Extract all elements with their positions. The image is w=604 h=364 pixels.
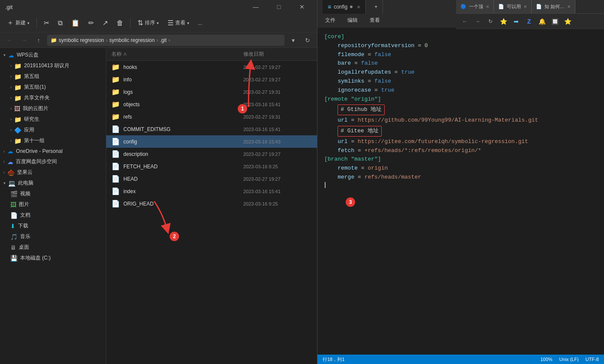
code-line-cursor [324, 182, 597, 188]
browser-ext-bell-icon[interactable]: 🔔 [537, 16, 547, 27]
paste-button[interactable]: 📋 [68, 17, 83, 29]
cut-button[interactable]: ✂ [40, 17, 53, 29]
file-row-info[interactable]: 📁 info 2023-02-27 19:27 [106, 73, 317, 86]
text-editor-window: ≡ config ✕ + — □ ✕ 文件 编辑 查看 ⚙ [core] rep… [317, 0, 604, 364]
video-icon: 🎬 [10, 191, 18, 197]
rename-button[interactable]: ✏ [85, 17, 97, 29]
sidebar-item-downloads[interactable]: ⬇ 下载 [0, 221, 106, 231]
close-button[interactable]: ✕ [292, 0, 312, 14]
file-row-config[interactable]: 📄 config 2023-03-16 15:43 [106, 135, 317, 148]
sort-button[interactable]: ⇅ 排序 ▾ [134, 17, 162, 29]
sidebar-item-docs[interactable]: 📄 文档 [0, 210, 106, 221]
editor-menu-view[interactable]: 查看 [367, 15, 383, 26]
editor-new-tab[interactable]: + [369, 0, 383, 14]
sidebar-item-images[interactable]: 🖼 图片 [0, 199, 106, 210]
sidebar-item-group5-1[interactable]: › 📁 第五组(1) [0, 82, 106, 92]
sidebar-item-shared[interactable]: › 📁 共享文件夹 [0, 92, 106, 103]
more-button[interactable]: ... [194, 18, 206, 28]
toolbar-separator-2 [130, 18, 131, 28]
browser-ext-box-icon[interactable]: 🔲 [550, 16, 560, 27]
sidebar-label-photos: 我的云图片 [23, 105, 102, 112]
browser-tab-close-2[interactable]: ✕ [523, 4, 527, 9]
editor-menu-file[interactable]: 文件 [323, 15, 338, 26]
sidebar-item-baidu[interactable]: › ☁ 百度网盘同步空间 [0, 156, 106, 167]
browser-tab-2[interactable]: 📄 可以用 ✕ [494, 0, 532, 14]
folder-icon-hooks: 📁 [111, 63, 120, 71]
file-row-refs[interactable]: 📁 refs 2023-02-27 19:31 [106, 110, 317, 123]
expand-icon-photos: › [10, 106, 12, 111]
file-row-orig-head[interactable]: 📄 ORIG_HEAD 2023-03-16 9:25 [106, 197, 317, 210]
maximize-button[interactable]: □ [269, 0, 289, 14]
browser-ext-fav-icon[interactable]: ⭐ [562, 16, 573, 27]
file-row-objects[interactable]: 📁 objects 2023-03-16 15:41 [106, 98, 317, 110]
sidebar-item-desktop[interactable]: 🖥 桌面 [0, 242, 106, 253]
browser-tab-close-3[interactable]: ✕ [567, 4, 571, 9]
browser-ext-arrow-icon[interactable]: ➡ [511, 16, 521, 27]
code-section-core: [core] [324, 33, 344, 42]
expand-icon-onedrive: › [3, 149, 5, 154]
browser-forward-button[interactable]: → [472, 16, 483, 27]
browser-back-button[interactable]: ← [460, 16, 470, 27]
sidebar-label-images: 图片 [19, 201, 102, 208]
path-segment-3[interactable]: .git [160, 37, 167, 43]
sidebar-item-grad[interactable]: › 📁 研究生 [0, 114, 106, 125]
sidebar-item-onedrive[interactable]: › ☁ OneDrive - Personal [0, 146, 106, 156]
sidebar-item-group5[interactable]: › 📁 第五组 [0, 71, 106, 82]
browser-ext-z-icon[interactable]: Z [524, 16, 534, 27]
sidebar-item-apps[interactable]: › 🔷 应用 [0, 125, 106, 135]
share-button[interactable]: ↗ [99, 17, 111, 29]
sidebar-item-drive-c[interactable]: 💾 本地磁盘 (C:) [0, 253, 106, 263]
view-button[interactable]: ☰ 查看 ▾ [164, 17, 193, 29]
sidebar-item-jncloud[interactable]: › 🌰 坚果云 [0, 167, 106, 178]
editor-tab-close-button[interactable]: ✕ [357, 5, 360, 9]
nav-forward-button[interactable]: → [18, 34, 30, 46]
address-path-bar[interactable]: 📁 symbolic regression › symbolic regress… [47, 35, 284, 46]
file-name-commit-editmsg: COMMIT_EDITMSG [123, 126, 240, 132]
nav-up-button[interactable]: ↑ [33, 34, 45, 46]
copy-button[interactable]: ⧉ [54, 18, 66, 29]
explorer-body: ▾ ☁ WPS云盘 › 📁 2019110413 胡议月 › 📁 第五组 › 📁… [0, 48, 317, 364]
path-dropdown-button[interactable]: ▾ [287, 34, 299, 46]
file-row-logs[interactable]: 📁 logs 2023-02-27 19:31 [106, 86, 317, 98]
sidebar-item-2019[interactable]: › 📁 2019110413 胡议月 [0, 60, 106, 71]
file-row-description[interactable]: 📄 description 2023-02-27 19:27 [106, 148, 317, 160]
editor-content-area[interactable]: [core] repositoryformatversion = 0 filem… [317, 27, 604, 355]
sidebar-item-video[interactable]: 🎬 视频 [0, 188, 106, 199]
file-date-fetch-head: 2023-03-16 9:25 [243, 164, 312, 169]
browser-tab-1[interactable]: 🔵 一个顶 ✕ [456, 0, 494, 14]
folder-icon-group5: 📁 [14, 73, 21, 80]
refresh-button[interactable]: ↻ [302, 34, 314, 46]
file-list: 名称 ∧ 修改日期 📁 hooks 2023-02-27 19:27 📁 inf… [106, 48, 317, 364]
nav-back-button[interactable]: ← [3, 34, 15, 46]
file-row-hooks[interactable]: 📁 hooks 2023-02-27 19:27 [106, 61, 317, 73]
file-row-fetch-head[interactable]: 📄 FETCH_HEAD 2023-03-16 9:25 [106, 160, 317, 173]
file-date-head: 2023-02-27 19:27 [243, 176, 312, 182]
sidebar-label-2019: 2019110413 胡议月 [24, 62, 102, 69]
file-explorer-titlebar: .git — □ ✕ [0, 0, 317, 14]
sidebar-item-photos[interactable]: › 🖼 我的云图片 [0, 103, 106, 114]
sidebar-item-thispc[interactable]: ▾ 💻 此电脑 [0, 178, 106, 188]
delete-button[interactable]: 🗑 [113, 18, 127, 29]
browser-tab-close-1[interactable]: ✕ [486, 4, 489, 9]
cut-icon: ✂ [44, 19, 49, 27]
sidebar-item-group11[interactable]: › 📁 第十一组 [0, 135, 106, 146]
copy-icon: ⧉ [58, 19, 63, 27]
path-folder-icon: 📁 [51, 37, 57, 43]
file-row-commit-editmsg[interactable]: 📄 COMMIT_EDITMSG 2023-03-16 15:41 [106, 123, 317, 135]
editor-tab-config[interactable]: ≡ config ✕ [323, 0, 366, 14]
expand-icon-jncloud: › [3, 170, 5, 175]
browser-ext-star-icon[interactable]: ⭐ [498, 16, 508, 27]
sidebar-item-music[interactable]: 🎵 音乐 [0, 231, 106, 242]
minimize-button[interactable]: — [246, 0, 266, 14]
editor-menu-edit[interactable]: 编辑 [345, 15, 360, 26]
file-row-index[interactable]: 📄 index 2023-03-16 15:41 [106, 185, 317, 197]
badge-label-1: 1 [241, 106, 244, 112]
browser-refresh-button[interactable]: ↻ [485, 16, 496, 27]
new-button[interactable]: ＋ 新建 ▾ [3, 17, 33, 29]
file-row-head[interactable]: 📄 HEAD 2023-02-27 19:27 [106, 173, 317, 185]
path-segment-1[interactable]: symbolic regression [59, 37, 104, 43]
browser-tab-3[interactable]: 📄 知 如何… ✕ [532, 0, 575, 14]
path-segment-2[interactable]: symbolic regression [109, 37, 155, 43]
annotation-badge-2: 2 [170, 232, 179, 241]
sidebar-item-wps-cloud[interactable]: ▾ ☁ WPS云盘 [0, 50, 106, 60]
